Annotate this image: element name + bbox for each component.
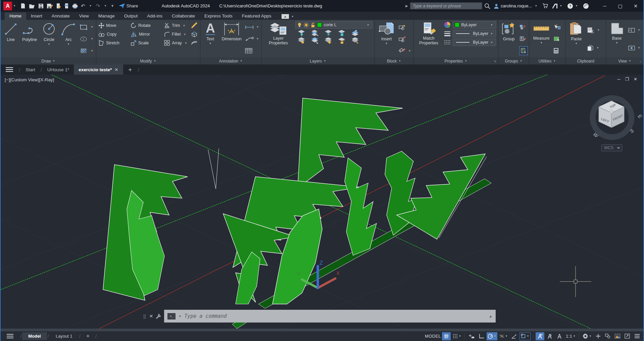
- layer-freeze2-tool[interactable]: [324, 37, 332, 44]
- text-button[interactable]: A Text ▼: [202, 21, 218, 57]
- app-menu-caret-icon[interactable]: ▼: [13, 4, 16, 7]
- viewport-controls-label[interactable]: [−][Custom View][X-Ray]: [5, 77, 54, 82]
- polyline-button[interactable]: Polyline: [21, 21, 38, 57]
- annotation-scale-icon[interactable]: [555, 332, 564, 340]
- save-as-icon[interactable]: [47, 3, 53, 9]
- command-input[interactable]: >_ ▼ Type a command ▲: [164, 310, 496, 323]
- ortho-toggle[interactable]: [477, 332, 486, 340]
- ribbon-minimize-button[interactable]: ▲: [282, 14, 289, 19]
- object-snap-tracking-toggle[interactable]: [510, 332, 518, 340]
- arc-button[interactable]: Arc ▼: [60, 21, 77, 57]
- ellipse-tool[interactable]: ▼: [80, 35, 94, 43]
- paste-button[interactable]: Paste ▼: [567, 21, 585, 57]
- measure-button[interactable]: Measure ▼: [531, 21, 551, 57]
- measure-caret-icon[interactable]: ▼: [540, 41, 543, 44]
- panel-label-layers[interactable]: Layers▼: [262, 57, 375, 65]
- notifications-button[interactable]: [583, 3, 589, 9]
- rotate-button[interactable]: Rotate: [131, 21, 164, 30]
- close-button[interactable]: ✕: [628, 0, 643, 12]
- linetype-dropdown[interactable]: ByLayer▼: [453, 39, 496, 46]
- share-button[interactable]: Share: [119, 3, 138, 8]
- insert-caret-icon[interactable]: ▼: [385, 42, 388, 45]
- maximize-button[interactable]: ▢: [612, 0, 628, 12]
- search-input[interactable]: Type a keyword or phrase: [410, 2, 482, 9]
- drawing-restore-icon[interactable]: ❐: [625, 77, 629, 82]
- hatch-tool[interactable]: ▼: [80, 46, 94, 55]
- insert-button[interactable]: Insert ▼: [377, 21, 396, 57]
- layer-change-tool[interactable]: [351, 30, 359, 36]
- text-caret-icon[interactable]: ▼: [209, 42, 212, 45]
- tab-view[interactable]: View: [75, 12, 94, 20]
- clean-screen-button[interactable]: [623, 332, 632, 340]
- leader-caret-icon[interactable]: ▼: [256, 37, 259, 40]
- drawing-close-icon[interactable]: ✕: [634, 77, 637, 82]
- layer-dropdown-caret-icon[interactable]: ▼: [367, 24, 369, 27]
- model-space-canvas[interactable]: Z Y X N E S W: [1, 75, 643, 329]
- search-expand-icon[interactable]: ▶: [405, 4, 408, 8]
- array-caret-icon[interactable]: ▼: [185, 42, 187, 45]
- open-from-mobile-icon[interactable]: [56, 3, 61, 9]
- view-panel-expand-icon[interactable]: ⌄: [639, 59, 642, 63]
- layer-freeze-tool[interactable]: [324, 30, 332, 36]
- layer-color-swatch[interactable]: [317, 23, 322, 27]
- group-button[interactable]: Group: [500, 21, 517, 57]
- edit-attributes-tool[interactable]: ▼: [398, 46, 412, 55]
- file-tab-uhouse[interactable]: UHouse 1*: [43, 65, 74, 75]
- tab-output[interactable]: Output: [119, 12, 143, 20]
- mirror-button[interactable]: Mirror: [131, 30, 164, 39]
- offset-button[interactable]: [191, 39, 198, 47]
- annotation-scale-value[interactable]: 1:1▼: [565, 332, 577, 340]
- circle-caret-icon[interactable]: ▼: [48, 43, 50, 46]
- layer-match-tool[interactable]: [311, 30, 319, 36]
- cut-caret-icon[interactable]: ▼: [597, 29, 600, 32]
- base-caret-icon[interactable]: ▼: [615, 41, 618, 44]
- rectangle-caret-icon[interactable]: ▼: [91, 26, 93, 29]
- cut-clip-tool[interactable]: ▼: [587, 26, 601, 35]
- tab-manage[interactable]: Manage: [94, 12, 119, 20]
- file-tab-start[interactable]: Start: [21, 65, 40, 75]
- layer-properties-button[interactable]: Layer Properties: [264, 21, 293, 57]
- ungroup-tool[interactable]: [519, 23, 528, 32]
- layer-lock-tool[interactable]: [338, 30, 346, 36]
- undo-icon[interactable]: ↶: [81, 3, 85, 9]
- iso-caret-icon[interactable]: ▼: [505, 335, 508, 338]
- group-edit-tool[interactable]: [519, 35, 528, 43]
- minimize-button[interactable]: ─: [597, 0, 612, 12]
- rectangle-tool[interactable]: ▼: [80, 23, 94, 32]
- viewport-config-tool[interactable]: ▼: [628, 26, 641, 35]
- panel-label-properties[interactable]: Properties▼⇘: [414, 57, 498, 65]
- new-file-icon[interactable]: [20, 3, 26, 9]
- layer-unlock-icon[interactable]: [311, 23, 315, 28]
- user-account[interactable]: carolina.roque... ▼: [494, 3, 538, 9]
- command-customize-wrench-icon[interactable]: [156, 313, 161, 319]
- undo-caret-icon[interactable]: ▼: [89, 4, 92, 7]
- hatch-caret-icon[interactable]: ▼: [91, 49, 93, 52]
- paste-caret-icon[interactable]: ▼: [575, 42, 578, 45]
- layout1-tab[interactable]: Layout 1: [50, 332, 79, 340]
- tab-annotate[interactable]: Annotate: [47, 12, 75, 20]
- named-views-tool[interactable]: ▼: [628, 44, 641, 52]
- line-button[interactable]: Line: [3, 21, 19, 57]
- trim-caret-icon[interactable]: ▼: [183, 24, 186, 27]
- snap-toggle[interactable]: ▼: [452, 332, 462, 340]
- open-file-icon[interactable]: [29, 3, 35, 9]
- dimension-button[interactable]: Dimension: [220, 21, 243, 57]
- panel-label-annotation[interactable]: Annotation▼: [200, 57, 261, 65]
- new-drawing-tab-button[interactable]: ＋: [123, 65, 137, 75]
- tab-home[interactable]: Home: [5, 12, 26, 20]
- layer-unisolate-tool[interactable]: [311, 37, 319, 44]
- move-button[interactable]: Move: [98, 21, 131, 30]
- redo-caret-icon[interactable]: ▼: [104, 4, 107, 7]
- autodesk-apps-button[interactable]: ▼: [552, 4, 563, 8]
- stretch-button[interactable]: Stretch: [98, 39, 131, 47]
- tab-insert[interactable]: Insert: [26, 12, 47, 20]
- properties-dialog-launcher-icon[interactable]: ⇘: [494, 59, 497, 63]
- viewcube[interactable]: N E S W TOP LEFT FRONT: [592, 98, 643, 139]
- layer-thaw-icon[interactable]: [304, 23, 309, 28]
- ribbon-minimize-caret-icon[interactable]: ▼: [291, 15, 294, 18]
- base-button[interactable]: Base ▼: [608, 21, 626, 57]
- linear-dim-caret-icon[interactable]: ▼: [256, 26, 259, 29]
- grid-toggle[interactable]: [442, 332, 451, 340]
- customization-menu-button[interactable]: [633, 332, 641, 340]
- wcs-selector[interactable]: WCS: [601, 144, 622, 151]
